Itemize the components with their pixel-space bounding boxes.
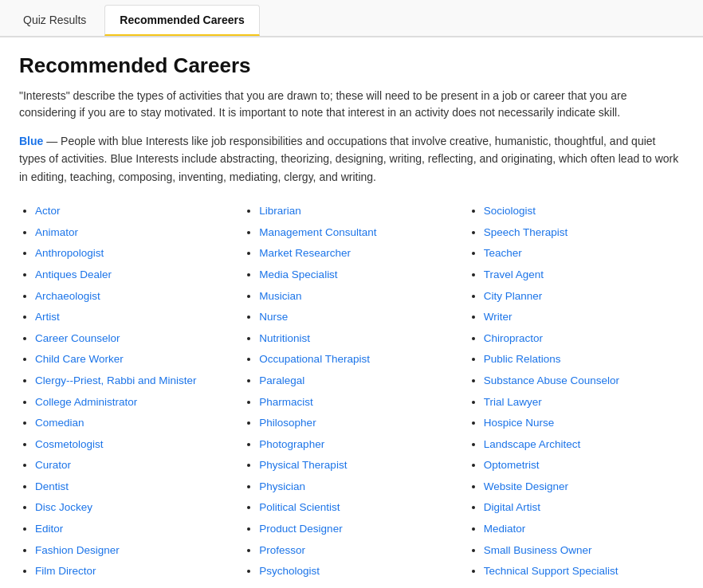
list-item: Film Director [35,562,235,580]
career-link[interactable]: Public Relations [484,353,561,365]
career-link[interactable]: Paralegal [259,374,304,386]
career-link[interactable]: City Planner [484,290,543,302]
career-link[interactable]: Occupational Therapist [259,353,370,365]
career-link[interactable]: Sociologist [484,205,536,217]
career-link[interactable]: Technical Support Specialist [484,565,619,577]
list-item: Public Relations [484,350,684,368]
career-link[interactable]: Philosopher [259,417,316,429]
career-link[interactable]: Small Business Owner [484,544,592,556]
career-link[interactable]: Writer [484,311,513,323]
career-link[interactable]: Travel Agent [484,269,544,280]
blue-intro-text: — People with blue Interests like job re… [19,135,678,183]
career-link[interactable]: Political Scientist [259,501,340,513]
career-column-1: ActorAnimatorAnthropologistAntiques Deal… [19,202,235,588]
list-item: Clergy--Priest, Rabbi and Minister [35,371,235,390]
career-link[interactable]: Dentist [35,480,69,492]
list-item: Antiques Dealer [35,265,235,284]
career-link[interactable]: Physician [259,480,305,492]
list-item: Curator [35,456,235,474]
list-item: Nurse [259,308,459,326]
career-link[interactable]: Substance Abuse Counselor [484,374,619,386]
list-item: Archaeologist [35,287,235,305]
career-link[interactable]: Trial Lawyer [484,396,542,408]
list-item: Pharmacist [259,393,459,411]
main-content: Recommended Careers "Interests" describe… [0,37,703,588]
career-link[interactable]: Career Counselor [35,332,120,344]
career-link[interactable]: Editor [35,523,63,535]
list-item: Mediator [484,519,684,538]
tab-recommended-careers[interactable]: Recommended Careers [104,5,259,36]
list-item: Digital Artist [484,498,684,516]
career-column-3: SociologistSpeech TherapistTeacherTravel… [468,202,684,588]
career-link[interactable]: Librarian [259,205,301,217]
career-link[interactable]: Child Care Worker [35,353,124,365]
list-item: Comedian [35,414,235,432]
list-item: Sociologist [484,202,684,220]
career-link[interactable]: Product Designer [259,523,342,535]
list-item: Artist [35,308,235,326]
list-item: Librarian [259,202,459,220]
career-link[interactable]: Physical Therapist [259,459,347,471]
career-link[interactable]: Chiropractor [484,332,543,344]
career-link[interactable]: Disc Jockey [35,501,92,513]
career-link[interactable]: Pharmacist [259,396,313,408]
career-link[interactable]: Fashion Designer [35,544,120,556]
career-link[interactable]: Archaeologist [35,290,100,302]
career-link[interactable]: Antiques Dealer [35,269,112,280]
list-item: Optometrist [484,456,684,474]
career-link[interactable]: Market Researcher [259,247,351,259]
list-item: Psychologist [259,562,459,580]
list-item: Actor [35,202,235,220]
list-item: Landscape Architect [484,435,684,453]
career-link[interactable]: Management Consultant [259,226,376,238]
list-item: Disc Jockey [35,498,235,516]
career-link[interactable]: Musician [259,290,301,302]
list-item: Political Scientist [259,498,459,516]
list-item: Philosopher [259,414,459,432]
list-item: Product Designer [259,519,459,538]
career-link[interactable]: Actor [35,205,61,217]
list-item: Animator [35,223,235,241]
career-link[interactable]: Psychologist [259,565,320,577]
career-link[interactable]: Website Designer [484,480,568,492]
list-item: Photographer [259,435,459,453]
list-item: Dentist [35,477,235,496]
career-link[interactable]: Landscape Architect [484,438,581,450]
list-item: Musician [259,287,459,305]
career-link[interactable]: Photographer [259,438,324,450]
list-item: Anthropologist [35,244,235,262]
career-link[interactable]: Mediator [484,523,526,535]
career-link[interactable]: Speech Therapist [484,226,568,238]
career-link[interactable]: Clergy--Priest, Rabbi and Minister [35,374,197,386]
career-link[interactable]: Teacher [484,247,522,259]
list-item: Cosmetologist [35,435,235,453]
career-link[interactable]: College Administrator [35,396,137,408]
career-link[interactable]: Comedian [35,417,84,429]
list-item: Career Counselor [35,329,235,347]
career-link[interactable]: Professor [259,544,305,556]
list-item: Market Researcher [259,244,459,262]
career-link[interactable]: Hospice Nurse [484,417,555,429]
career-link[interactable]: Digital Artist [484,501,540,513]
career-link[interactable]: Optometrist [484,459,540,471]
list-item: Physical Therapist [259,456,459,474]
list-item: Physician [259,477,459,496]
career-link[interactable]: Nurse [259,311,288,323]
list-item: Public Health Administrator [259,583,459,588]
careers-grid: ActorAnimatorAnthropologistAntiques Deal… [19,202,684,588]
career-link[interactable]: Curator [35,459,71,471]
career-link[interactable]: Artist [35,311,60,323]
career-link[interactable]: Cosmetologist [35,438,104,450]
list-item: Writer [484,308,684,326]
career-link[interactable]: Anthropologist [35,247,104,259]
career-link[interactable]: Nutritionist [259,332,310,344]
page-description: "Interests" describe the types of activi… [19,88,684,121]
list-item: Fashion Designer [35,541,235,559]
tab-quiz-results[interactable]: Quiz Results [8,5,101,36]
career-link[interactable]: Animator [35,226,78,238]
career-link[interactable]: Film Director [35,565,96,577]
list-item: Management Consultant [259,223,459,241]
list-item: Paralegal [259,371,459,390]
career-link[interactable]: Media Specialist [259,269,337,280]
list-item: Nutritionist [259,329,459,347]
